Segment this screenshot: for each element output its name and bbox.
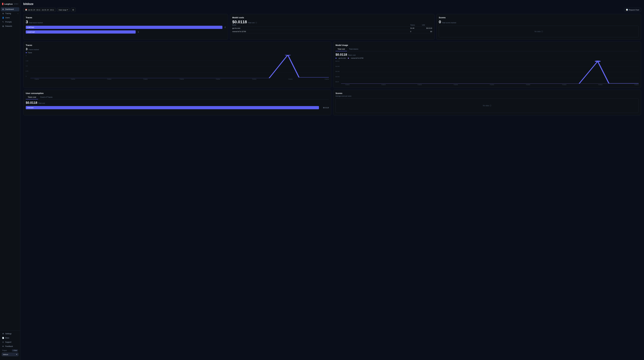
- sidebar-item-docs[interactable]: 📄 Docs: [1, 336, 19, 340]
- scores-card: Scores 0 Total scores tracked No data ⓘ: [436, 14, 641, 40]
- table-row: gpt-4o-mini 54.4K $0.0118: [232, 26, 432, 30]
- sidebar-item-datasets[interactable]: ▤ Datasets: [1, 24, 19, 28]
- tab-total-tokens[interactable]: Total tokens: [347, 47, 360, 51]
- grid-icon: ⊞: [2, 8, 4, 10]
- calendar-icon: 📅: [25, 9, 27, 11]
- unknown-bar: Unknown $0.0118: [26, 106, 329, 109]
- sidebar-item-label: Prompts: [5, 21, 12, 23]
- tab-total-cost[interactable]: Total cost: [336, 47, 347, 51]
- model-costs-title: Model costs: [232, 16, 432, 19]
- svg-point-11: [595, 60, 601, 62]
- chart-icon: 📊: [626, 9, 628, 11]
- sidebar: L Langfuse v2.64.0 ⊞ Dashboard ⧉ Tracing…: [0, 0, 20, 360]
- model-usage-legend: gpt-4o-mini mixtral-8x7b-32768: [336, 57, 638, 59]
- traces-chart-card: Traces 3 Traces tracked Traces 3 2.25 1.…: [23, 41, 331, 88]
- chevron-down-icon: ▾: [16, 354, 17, 355]
- sidebar-item-settings[interactable]: ⚙ Settings: [1, 332, 19, 336]
- user-consumption-tabs: Token cost Count of Traces: [26, 95, 329, 99]
- model-usage-y-labels: $0.012 $0.009 $0.006 $0.003 $0.00: [336, 60, 340, 82]
- scores-no-data: No data ⓘ: [439, 26, 638, 37]
- user-consumption-card: User consumption Token cost Count of Tra…: [23, 90, 331, 115]
- mixtral-legend-dot: [348, 58, 349, 59]
- model-usage-tabs: Total cost Total tokens: [336, 47, 638, 51]
- sidebar-item-feedback[interactable]: ✉ Feedback: [1, 344, 19, 348]
- traces-chart-title: Traces: [26, 44, 329, 46]
- message-icon: ✉: [2, 345, 4, 347]
- user-consumption-metric: $0.0118 Total cost: [26, 101, 329, 105]
- model-usage-title: Model Usage: [336, 44, 638, 46]
- logo: L Langfuse v2.64.0: [0, 2, 20, 7]
- model-usage-chart-container: $0.012 $0.009 $0.006 $0.003 $0.00: [336, 60, 638, 85]
- info-icon: ⓘ: [490, 104, 491, 107]
- edit-icon: ✎: [2, 21, 4, 23]
- page-title: bitdoze: [23, 2, 641, 6]
- cards-row-3: User consumption Token cost Count of Tra…: [23, 90, 641, 115]
- scores-card-metric: 0 Total scores tracked: [439, 20, 638, 24]
- sidebar-item-prompts[interactable]: ✎ Prompts: [1, 20, 19, 24]
- traces-y-labels: 3 2.25 1.5 0.75 0: [26, 55, 28, 77]
- sidebar-item-label: Feedback: [5, 345, 13, 347]
- model-costs-card: Model costs $0.0118 Total cost ⓘ Model T…: [230, 14, 435, 40]
- traces-legend: Traces: [26, 52, 329, 53]
- sidebar-item-users[interactable]: 👤 Users: [1, 16, 19, 20]
- project-section: Project + New: [1, 349, 19, 353]
- traces-chart-metric: 3 Traces tracked: [26, 47, 329, 51]
- langgraph-bar: LangGraph 1: [26, 30, 226, 33]
- app-name: Langfuse: [4, 3, 13, 5]
- help-icon: ⊙: [2, 341, 4, 343]
- sidebar-item-dashboard[interactable]: ⊞ Dashboard: [1, 7, 19, 11]
- user-consumption-title: User consumption: [26, 92, 329, 94]
- app-version: v2.64.0: [14, 3, 18, 5]
- sidebar-item-tracing[interactable]: ⧉ Tracing ›: [1, 11, 19, 15]
- model-usage-card: Model Usage Total cost Total tokens $0.0…: [333, 41, 641, 88]
- info-icon: ⓘ: [256, 22, 257, 23]
- model-costs-metric: $0.0118 Total cost ⓘ: [232, 20, 432, 24]
- model-table-header: Model Tokens USD: [232, 24, 432, 26]
- sidebar-item-label: Datasets: [5, 25, 12, 27]
- model-usage-chart-area: [341, 60, 638, 84]
- traces-chart-container: 3 2.25 1.5 0.75 0: [26, 55, 329, 80]
- sidebar-item-label: Support: [5, 341, 11, 343]
- traces-card-metric: 3 Total traces tracked: [26, 20, 226, 24]
- scores-section-subtitle: Average score per name: [336, 95, 638, 97]
- sidebar-item-label: Docs: [5, 337, 9, 339]
- traces-chart-area: [30, 55, 329, 78]
- cards-row-1: Traces 3 Total traces tracked LLMChain 2…: [23, 14, 641, 40]
- filter-button[interactable]: ⊟: [71, 8, 76, 12]
- tab-token-cost[interactable]: Token cost: [26, 95, 38, 99]
- svg-point-5: [285, 55, 291, 56]
- traces-legend-dot: [26, 52, 27, 53]
- sidebar-item-label: Settings: [5, 333, 12, 335]
- model-usage-svg: [341, 60, 638, 84]
- new-project-button[interactable]: + New: [12, 350, 18, 352]
- sidebar-bottom: ⚙ Settings 📄 Docs ⊙ Support ✉ Feedback P…: [0, 330, 20, 358]
- logo-icon: L: [2, 2, 4, 5]
- request-chart-button[interactable]: 📊 Request Chart: [624, 8, 641, 12]
- scores-section-card: Scores Average score per name No data ⓘ: [333, 90, 641, 115]
- model-usage-metric: $0.0118 Token cost: [336, 53, 638, 56]
- gear-icon: ⚙: [2, 333, 4, 335]
- scores-card-title: Scores: [439, 16, 638, 19]
- sidebar-nav: ⊞ Dashboard ⧉ Tracing › 👤 Users ✎ Prompt…: [0, 7, 20, 330]
- layers-icon: ⧉: [2, 12, 4, 14]
- scores-section-title: Scores: [336, 92, 638, 94]
- sidebar-item-label: Dashboard: [5, 8, 14, 10]
- scores-section-no-data: No data ⓘ: [336, 98, 638, 113]
- tab-count-traces[interactable]: Count of Traces: [38, 95, 54, 99]
- traces-chart-svg: [30, 55, 329, 78]
- sidebar-item-support[interactable]: ⊙ Support: [1, 340, 19, 344]
- top-bar: 📅 Jul 18, 24 : 16:11 - Jul 19, 24 : 16:1…: [23, 8, 641, 12]
- chevron-right-icon: ›: [18, 13, 18, 14]
- cards-row-2: Traces 3 Traces tracked Traces 3 2.25 1.…: [23, 41, 641, 88]
- date-range-select[interactable]: Date range ▾: [57, 8, 70, 12]
- main-content: bitdoze 📅 Jul 18, 24 : 16:11 - Jul 19, 2…: [20, 0, 644, 360]
- traces-card: Traces 3 Total traces tracked LLMChain 2…: [23, 14, 228, 40]
- sidebar-item-label: Tracing: [5, 12, 11, 14]
- model-usage-x-labels: 7/18/24 7/18/24 7/18/24 7/19/24 7/19/24 …: [341, 84, 638, 85]
- table-row: mixtral-8x7b-32768 0 $0: [232, 30, 432, 33]
- info-icon: ⓘ: [541, 30, 543, 33]
- project-select[interactable]: bitdoze ▾: [2, 353, 18, 356]
- filter-icon: ⊟: [72, 9, 74, 11]
- database-icon: ▤: [2, 25, 4, 27]
- date-range-button[interactable]: 📅 Jul 18, 24 : 16:11 - Jul 19, 24 : 16:1…: [23, 8, 56, 12]
